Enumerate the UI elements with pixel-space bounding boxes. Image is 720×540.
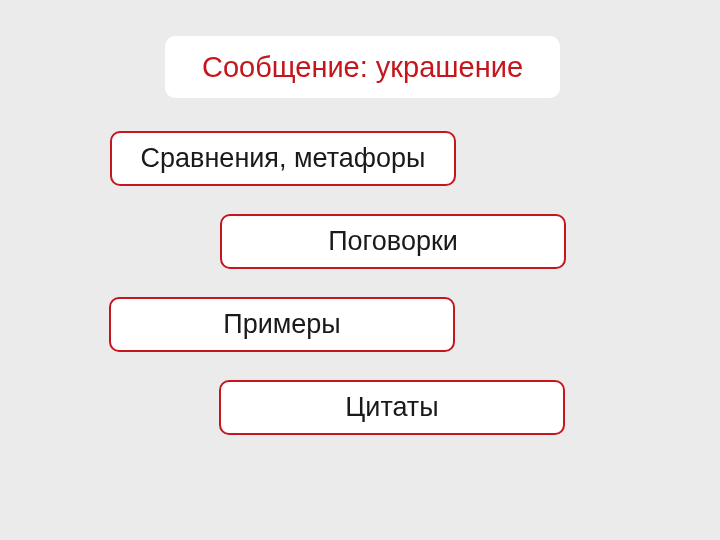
diagram-item-comparisons: Сравнения, метафоры bbox=[110, 131, 456, 186]
diagram-item-label: Цитаты bbox=[345, 392, 438, 423]
diagram-title-text: Сообщение: украшение bbox=[202, 51, 523, 84]
diagram-title: Сообщение: украшение bbox=[165, 36, 560, 98]
diagram-item-label: Сравнения, метафоры bbox=[141, 143, 426, 174]
diagram-item-examples: Примеры bbox=[109, 297, 455, 352]
diagram-item-sayings: Поговорки bbox=[220, 214, 566, 269]
diagram-item-quotes: Цитаты bbox=[219, 380, 565, 435]
diagram-item-label: Поговорки bbox=[328, 226, 458, 257]
diagram-item-label: Примеры bbox=[223, 309, 341, 340]
